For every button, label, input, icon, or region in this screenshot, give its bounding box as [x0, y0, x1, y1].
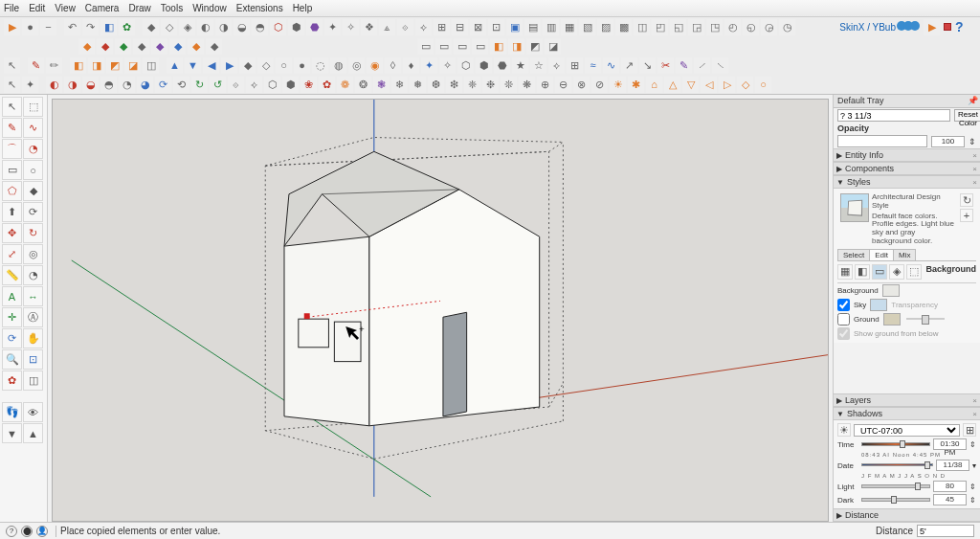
tool-30-icon[interactable]: ◱: [670, 19, 686, 35]
menu-extensions[interactable]: Extensions: [236, 3, 283, 13]
brand-play-icon[interactable]: ▶: [924, 19, 940, 35]
row4-17-icon[interactable]: ❀: [301, 77, 317, 93]
row2-04-icon[interactable]: ◆: [133, 38, 149, 55]
lt-offset-icon[interactable]: ◎: [23, 244, 43, 264]
style-update-icon[interactable]: ↻: [960, 193, 973, 207]
dark-slider[interactable]: [861, 498, 930, 502]
time-stepper-icon[interactable]: ⇕: [969, 440, 976, 449]
lt-paint-icon[interactable]: ✿: [2, 371, 22, 391]
lt-pie-icon[interactable]: ◔: [23, 139, 43, 159]
row3-20-icon[interactable]: ◊: [385, 57, 401, 74]
status-geo-icon[interactable]: ⬤: [21, 526, 33, 537]
panel-close-icon[interactable]: ×: [972, 151, 977, 160]
row3-37-icon[interactable]: ⟋: [694, 57, 710, 74]
cube-icon[interactable]: ◧: [100, 19, 117, 35]
tool-21-icon[interactable]: ▣: [506, 19, 523, 35]
tool-15-icon[interactable]: ⟐: [397, 19, 413, 35]
row3-24-icon[interactable]: ⬡: [457, 57, 474, 74]
bg-settings-icon[interactable]: ▭: [872, 264, 887, 280]
row3-09-icon[interactable]: ▼: [185, 57, 201, 74]
lt-move-icon[interactable]: ✥: [2, 223, 22, 243]
undo-icon[interactable]: ↶: [64, 19, 80, 35]
tool-26-icon[interactable]: ▨: [597, 19, 613, 35]
row4-41-icon[interactable]: ◇: [737, 77, 753, 93]
tool-04-icon[interactable]: ◐: [197, 19, 213, 35]
tool-27-icon[interactable]: ▩: [615, 19, 632, 35]
row2-01-icon[interactable]: ◆: [78, 38, 95, 55]
row4-18-icon[interactable]: ✿: [319, 77, 335, 93]
style-tab-edit[interactable]: Edit: [869, 249, 894, 260]
lt-followme-icon[interactable]: ⟳: [23, 202, 43, 222]
row3-10-icon[interactable]: ◀: [203, 57, 219, 74]
row3-11-icon[interactable]: ▶: [221, 57, 237, 74]
tool-35-icon[interactable]: ◶: [761, 19, 777, 35]
play-icon[interactable]: ▶: [4, 19, 20, 35]
tool-02-icon[interactable]: ◇: [161, 19, 177, 35]
row4-15-icon[interactable]: ⬡: [264, 77, 280, 93]
row3-05-icon[interactable]: ◩: [106, 57, 122, 74]
menu-edit[interactable]: Edit: [29, 3, 45, 13]
row4-06-icon[interactable]: ◓: [100, 77, 117, 93]
row2-05-icon[interactable]: ◆: [151, 38, 167, 55]
menu-help[interactable]: Help: [293, 3, 313, 13]
tool-01-icon[interactable]: ◆: [143, 19, 159, 35]
row4-29-icon[interactable]: ❋: [519, 77, 535, 93]
tool-07-icon[interactable]: ◓: [252, 19, 268, 35]
row2-14-icon[interactable]: ◨: [508, 38, 524, 55]
row3-27-icon[interactable]: ★: [512, 57, 528, 74]
row4-39-icon[interactable]: ◁: [701, 77, 717, 93]
row2-06-icon[interactable]: ◆: [169, 38, 186, 55]
row3-16-icon[interactable]: ◌: [312, 57, 328, 74]
row4-24-icon[interactable]: ❆: [428, 77, 444, 93]
timezone-select[interactable]: UTC-07:00: [854, 424, 960, 437]
style-thumbnail[interactable]: [840, 193, 869, 222]
row4-05-icon[interactable]: ◒: [82, 77, 99, 93]
tool-19-icon[interactable]: ⊠: [470, 19, 486, 35]
row4-28-icon[interactable]: ❊: [501, 77, 517, 93]
tool-08-icon[interactable]: ⬡: [270, 19, 286, 35]
lt-position-icon[interactable]: ▲: [23, 423, 43, 443]
tool-06-icon[interactable]: ◒: [234, 19, 250, 35]
row3-22-icon[interactable]: ✦: [421, 57, 437, 74]
distance-input[interactable]: [917, 525, 974, 537]
row3-13-icon[interactable]: ◇: [257, 57, 274, 74]
tool-18-icon[interactable]: ⊟: [452, 19, 468, 35]
watermark-icon[interactable]: ◈: [889, 264, 904, 280]
row4-37-icon[interactable]: △: [664, 77, 680, 93]
row3-21-icon[interactable]: ♦: [403, 57, 419, 74]
row4-10-icon[interactable]: ⟲: [173, 77, 189, 93]
light-slider[interactable]: [861, 484, 930, 488]
tool-28-icon[interactable]: ◫: [634, 19, 650, 35]
dark-value[interactable]: 45: [933, 494, 967, 505]
row4-07-icon[interactable]: ◔: [119, 77, 135, 93]
row2-15-icon[interactable]: ◩: [526, 38, 543, 55]
lt-circle-icon[interactable]: ○: [23, 160, 43, 180]
row3-25-icon[interactable]: ⬢: [476, 57, 492, 74]
tool-10-icon[interactable]: ⬣: [306, 19, 323, 35]
lt-rotate-icon[interactable]: ↻: [23, 223, 43, 243]
ground-checkbox[interactable]: [837, 313, 850, 326]
date-slider[interactable]: [861, 463, 933, 467]
lt-eraser-icon[interactable]: ◫: [23, 371, 43, 391]
tool-34-icon[interactable]: ◵: [743, 19, 759, 35]
color-code-input[interactable]: [837, 109, 950, 122]
date-picker-icon[interactable]: ▾: [972, 461, 976, 470]
sky-checkbox[interactable]: [837, 299, 850, 311]
select-arrow-icon[interactable]: ↖: [4, 57, 20, 74]
row3-36-icon[interactable]: ✎: [676, 57, 692, 74]
row4-16-icon[interactable]: ⬢: [282, 77, 299, 93]
row4-22-icon[interactable]: ❄: [391, 77, 408, 93]
opacity-stepper-icon[interactable]: ⇕: [969, 137, 976, 146]
lt-pan-icon[interactable]: ✋: [23, 328, 43, 348]
row3-35-icon[interactable]: ✂: [657, 57, 674, 74]
tool-14-icon[interactable]: ⟁: [379, 19, 395, 35]
menu-window[interactable]: Window: [192, 3, 227, 13]
panel-components[interactable]: ▶Components×: [834, 162, 980, 175]
row4-19-icon[interactable]: ❁: [337, 77, 353, 93]
tool-29-icon[interactable]: ◰: [652, 19, 668, 35]
row3-12-icon[interactable]: ◆: [239, 57, 256, 74]
row3-08-icon[interactable]: ▲: [167, 57, 183, 74]
row3-23-icon[interactable]: ✧: [439, 57, 456, 74]
opacity-value[interactable]: 100: [931, 136, 965, 147]
row4-21-icon[interactable]: ❃: [373, 77, 390, 93]
